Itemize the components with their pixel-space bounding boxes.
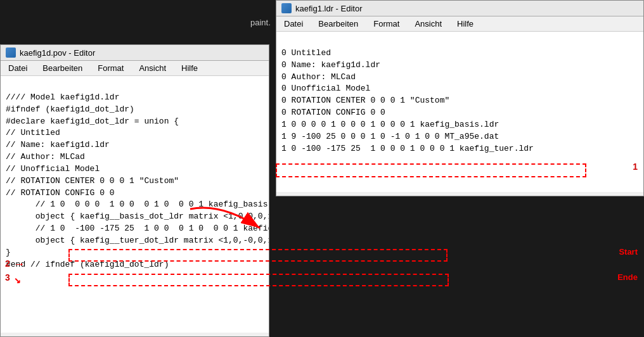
left-editor-content: //// Model kaefig1d.ldr #ifndef (kaefig1… (1, 76, 269, 333)
right-editor-content: 0 Untitled 0 Name: kaefig1d.ldr 0 Author… (276, 32, 643, 192)
menu-datei-left[interactable]: Datei (6, 63, 30, 73)
menu-hilfe-right[interactable]: Hilfe (454, 18, 476, 29)
left-editor-title: kaefig1d.pov - Editor (20, 48, 95, 58)
menu-ansicht-right[interactable]: Ansicht (412, 18, 444, 29)
right-editor-title: kaefig1.ldr - Editor (295, 4, 363, 13)
menu-hilfe-left[interactable]: Hilfe (179, 63, 200, 73)
right-editor-window: kaefig1.ldr - Editor Datei Bearbeiten Fo… (276, 0, 644, 196)
start-label: Start (619, 247, 638, 257)
menu-ansicht-left[interactable]: Ansicht (136, 63, 169, 73)
paint-label: paint. (250, 18, 271, 27)
annotation-3: 3 (5, 272, 10, 283)
window-icon-right (281, 3, 292, 13)
left-editor-menubar: Datei Bearbeiten Format Ansicht Hilfe (1, 61, 269, 76)
arrow-2: → (16, 258, 23, 270)
left-editor-window: kaefig1d.pov - Editor Datei Bearbeiten F… (0, 44, 269, 337)
annotation-1: 1 (633, 162, 638, 172)
menu-bearbeiten-left[interactable]: Bearbeiten (40, 63, 85, 73)
window-icon-left (6, 48, 16, 58)
menu-format-left[interactable]: Format (95, 63, 126, 73)
menu-format-right[interactable]: Format (371, 18, 402, 29)
arrow-3: ↘ (14, 272, 21, 286)
menu-datei-right[interactable]: Datei (281, 18, 306, 29)
ende-label: Ende (617, 272, 638, 282)
left-editor-titlebar: kaefig1d.pov - Editor (1, 45, 269, 61)
annotation-2: 2 (5, 258, 10, 269)
right-editor-titlebar: kaefig1.ldr - Editor (276, 1, 643, 16)
right-editor-menubar: Datei Bearbeiten Format Ansicht Hilfe (276, 16, 643, 32)
menu-bearbeiten-right[interactable]: Bearbeiten (316, 18, 361, 29)
